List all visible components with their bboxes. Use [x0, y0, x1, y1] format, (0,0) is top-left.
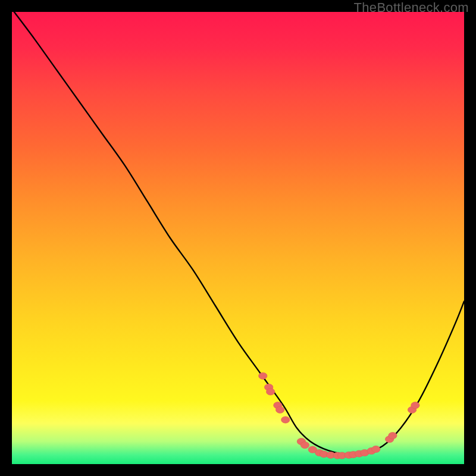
- chart-svg: [12, 12, 464, 464]
- data-marker: [372, 446, 380, 452]
- data-marker: [259, 372, 267, 379]
- bottleneck-curve: [14, 12, 464, 455]
- data-marker: [389, 433, 397, 439]
- data-marker: [411, 402, 419, 409]
- marker-group: [259, 372, 420, 459]
- data-marker: [267, 389, 275, 395]
- data-marker: [275, 406, 284, 413]
- chart-area: [12, 12, 464, 464]
- data-marker: [281, 416, 290, 423]
- data-marker: [300, 441, 309, 448]
